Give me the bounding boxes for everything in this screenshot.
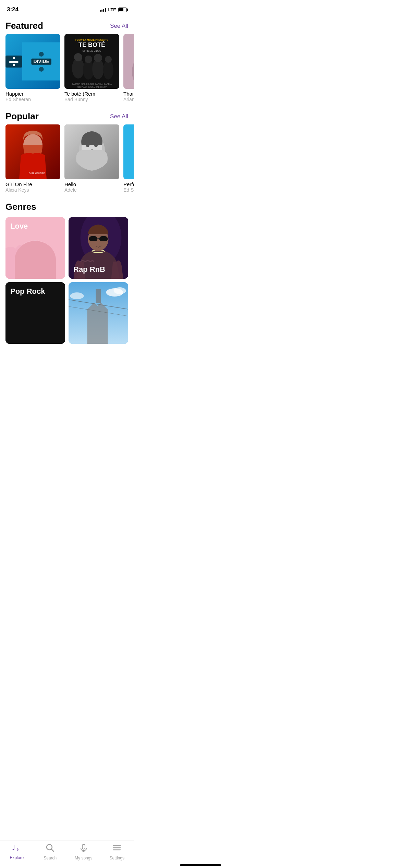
album-title: Hello [64, 181, 119, 187]
status-bar: 3:24 LTE [0, 0, 134, 17]
album-artist: Adele [64, 187, 119, 193]
svg-text:TE BOTÉ: TE BOTÉ [78, 41, 105, 48]
svg-point-21 [105, 56, 112, 63]
popular-title: Popular [5, 111, 39, 122]
genre-card-rap[interactable]: Rap RnB [69, 217, 128, 279]
genre-label-love: Love [10, 222, 28, 231]
svg-point-8 [39, 52, 44, 57]
svg-point-83 [70, 292, 84, 299]
genres-title: Genres [5, 202, 128, 212]
album-artist: Ariana Grand [123, 97, 134, 102]
svg-point-9 [39, 67, 44, 72]
svg-rect-24 [123, 34, 134, 89]
battery-icon [118, 8, 127, 12]
lte-label: LTE [108, 7, 116, 12]
svg-point-19 [94, 54, 102, 62]
status-time: 3:24 [7, 6, 19, 13]
album-cover-happier: DIVIDE [5, 34, 60, 89]
album-title: Te boté (Rem [64, 91, 119, 97]
svg-point-64 [16, 246, 54, 279]
album-cover-girlon: GIRL ON FIRE [5, 124, 60, 179]
album-cover-thanku [123, 34, 134, 89]
svg-rect-72 [89, 236, 98, 241]
svg-text:CASPER MAGICO, MIO GARCIA, DAR: CASPER MAGICO, MIO GARCIA, DARELL [72, 83, 112, 85]
list-item[interactable]: Thank U, Ne Ariana Grand [123, 34, 134, 102]
svg-point-65 [26, 240, 45, 261]
album-artist: Ed Sheeran [123, 187, 134, 193]
status-icons: LTE [100, 7, 127, 12]
list-item[interactable]: DIVIDE Perfect Ed Sheeran [123, 124, 134, 193]
list-item[interactable]: DIVIDE Happier Ed Sheeran [5, 34, 60, 102]
featured-title: Featured [5, 21, 43, 31]
album-title: Happier [5, 91, 60, 97]
popular-list: GIRL ON FIRE Girl On Fire Alicia Keys [0, 124, 134, 198]
featured-see-all[interactable]: See All [110, 23, 128, 29]
album-title: Thank U, Ne [123, 91, 134, 97]
genre-card-love[interactable]: Love [5, 217, 65, 279]
svg-point-15 [74, 53, 82, 61]
featured-list: DIVIDE Happier Ed Sheeran FLOW LA MOVIE … [0, 34, 134, 108]
svg-rect-73 [99, 236, 108, 241]
genre-card-4[interactable] [69, 282, 128, 344]
list-item[interactable]: GIRL ON FIRE Girl On Fire Alicia Keys [5, 124, 60, 193]
album-artist: Alicia Keys [5, 187, 60, 193]
svg-point-20 [103, 60, 113, 80]
genres-grid: Love [5, 217, 128, 344]
featured-header: Featured See All [0, 17, 134, 34]
album-cover-perfect: DIVIDE [123, 124, 134, 179]
main-scroll: Featured See All DIVIDE [0, 17, 134, 371]
svg-text:GIRL ON FIRE: GIRL ON FIRE [29, 172, 45, 174]
album-title: Perfect [123, 181, 134, 187]
album-artist: Bad Bunny [64, 97, 119, 102]
svg-text:NICKY JAM, OZUNA, BAD BUNNY: NICKY JAM, OZUNA, BAD BUNNY [77, 86, 107, 88]
album-cover-tebote: FLOW LA MOVIE PRESENTS TE BOTÉ OFFICIAL … [64, 34, 119, 89]
genre-label-rap: Rap RnB [73, 265, 105, 274]
genre-label-poprock: Pop Rock [10, 287, 45, 296]
svg-text:DIVIDE: DIVIDE [33, 59, 49, 64]
svg-point-66 [33, 252, 38, 255]
album-cover-hello [64, 124, 119, 179]
svg-rect-44 [123, 124, 134, 179]
popular-see-all[interactable]: See All [110, 113, 128, 120]
svg-point-82 [114, 287, 126, 294]
genre-card-poprock[interactable]: Pop Rock [5, 282, 65, 344]
list-item[interactable]: Hello Adele [64, 124, 119, 193]
svg-point-17 [85, 56, 92, 63]
album-artist: Ed Sheeran [5, 97, 60, 102]
album-title: Girl On Fire [5, 181, 60, 187]
signal-icon [100, 8, 106, 12]
genres-section: Genres [0, 198, 134, 344]
svg-text:FLOW LA MOVIE PRESENTS: FLOW LA MOVIE PRESENTS [75, 39, 108, 41]
popular-header: Popular See All [0, 108, 134, 124]
list-item[interactable]: FLOW LA MOVIE PRESENTS TE BOTÉ OFFICIAL … [64, 34, 119, 102]
svg-text:OFFICIAL VIDEO: OFFICIAL VIDEO [83, 50, 102, 52]
